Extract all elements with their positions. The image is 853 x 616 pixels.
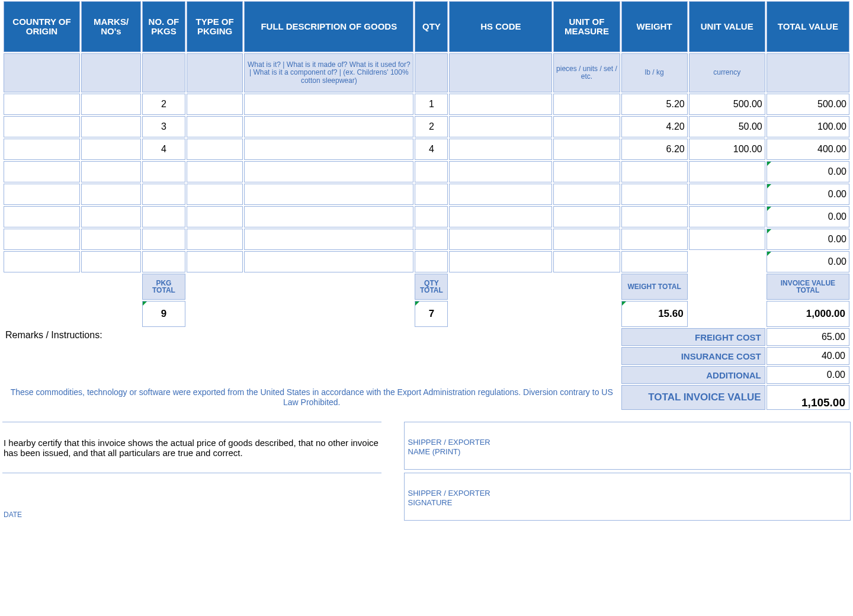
- cell-desc[interactable]: [244, 206, 413, 227]
- cell-totalvalue[interactable]: 0.00: [767, 251, 849, 272]
- shipper-signature-box[interactable]: SHIPPER / EXPORTER SIGNATURE: [404, 473, 851, 520]
- cell-country[interactable]: [4, 251, 80, 272]
- cell-country[interactable]: [4, 161, 80, 182]
- cell-weight[interactable]: 4.20: [621, 116, 688, 137]
- cell-hs[interactable]: [449, 161, 552, 182]
- cell-totalvalue[interactable]: 0.00: [767, 229, 849, 250]
- table-row: 0.00: [4, 184, 849, 205]
- cell-weight[interactable]: [621, 251, 688, 272]
- cell-pkging[interactable]: [187, 94, 243, 115]
- cell-weight[interactable]: [621, 184, 688, 205]
- cell-country[interactable]: [4, 206, 80, 227]
- cell-hs[interactable]: [449, 94, 552, 115]
- cell-marks[interactable]: [81, 229, 141, 250]
- cell-totalvalue[interactable]: 0.00: [767, 161, 849, 182]
- cell-weight[interactable]: [621, 206, 688, 227]
- cell-qty[interactable]: [415, 229, 448, 250]
- cell-desc[interactable]: [244, 251, 413, 272]
- cell-pkgs[interactable]: [142, 251, 185, 272]
- cell-pkgs[interactable]: [142, 161, 185, 182]
- cell-pkging[interactable]: [187, 116, 243, 137]
- cell-desc[interactable]: [244, 229, 413, 250]
- cell-hs[interactable]: [449, 116, 552, 137]
- date-field[interactable]: DATE: [2, 473, 381, 520]
- cell-weight[interactable]: 6.20: [621, 139, 688, 160]
- cell-totalvalue[interactable]: 100.00: [767, 116, 849, 137]
- cell-uom[interactable]: [553, 206, 620, 227]
- cell-desc[interactable]: [244, 94, 413, 115]
- cell-uom[interactable]: [553, 229, 620, 250]
- formula-indicator-icon: [767, 229, 771, 233]
- col-totalvalue: TOTAL VALUE: [767, 1, 849, 52]
- cell-uom[interactable]: [553, 184, 620, 205]
- cell-unitvalue[interactable]: [689, 184, 765, 205]
- cell-country[interactable]: [4, 184, 80, 205]
- cell-pkging[interactable]: [187, 139, 243, 160]
- cell-marks[interactable]: [81, 206, 141, 227]
- cell-country[interactable]: [4, 94, 80, 115]
- cell-unitvalue[interactable]: 50.00: [689, 116, 765, 137]
- cell-totalvalue[interactable]: 0.00: [767, 206, 849, 227]
- insurance-cost-value[interactable]: 40.00: [767, 347, 849, 365]
- cell-hs[interactable]: [449, 139, 552, 160]
- cell-pkgs[interactable]: 4: [142, 139, 185, 160]
- cell-unitvalue[interactable]: 100.00: [689, 139, 765, 160]
- cell-pkging[interactable]: [187, 251, 243, 272]
- cell-marks[interactable]: [81, 94, 141, 115]
- cell-totalvalue[interactable]: 500.00: [767, 94, 849, 115]
- remarks-label[interactable]: Remarks / Instructions:: [4, 328, 620, 384]
- cell-totalvalue[interactable]: 400.00: [767, 139, 849, 160]
- cell-country[interactable]: [4, 116, 80, 137]
- cell-pkging[interactable]: [187, 229, 243, 250]
- cell-pkgs[interactable]: [142, 229, 185, 250]
- cell-totalvalue[interactable]: 0.00: [767, 184, 849, 205]
- cell-marks[interactable]: [81, 139, 141, 160]
- shipper-name-box[interactable]: SHIPPER / EXPORTER NAME (PRINT): [404, 422, 851, 469]
- cell-weight[interactable]: 5.20: [621, 94, 688, 115]
- cell-hs[interactable]: [449, 206, 552, 227]
- cell-uom[interactable]: [553, 94, 620, 115]
- cell-marks[interactable]: [81, 251, 141, 272]
- cell-marks[interactable]: [81, 161, 141, 182]
- cell-pkging[interactable]: [187, 184, 243, 205]
- cell-unitvalue[interactable]: [689, 229, 765, 250]
- cell-desc[interactable]: [244, 116, 413, 137]
- cell-weight[interactable]: [621, 229, 688, 250]
- hint-hs: [449, 53, 552, 92]
- cell-qty[interactable]: [415, 161, 448, 182]
- cell-pkgs[interactable]: [142, 184, 185, 205]
- cell-pkgs[interactable]: 2: [142, 94, 185, 115]
- cell-marks[interactable]: [81, 184, 141, 205]
- cell-hs[interactable]: [449, 184, 552, 205]
- cell-qty[interactable]: 2: [415, 116, 448, 137]
- cell-country[interactable]: [4, 229, 80, 250]
- cell-qty[interactable]: [415, 251, 448, 272]
- cell-hs[interactable]: [449, 251, 552, 272]
- cell-desc[interactable]: [244, 161, 413, 182]
- cell-hs[interactable]: [449, 229, 552, 250]
- cell-qty[interactable]: [415, 206, 448, 227]
- cell-qty[interactable]: 1: [415, 94, 448, 115]
- cell-desc[interactable]: [244, 139, 413, 160]
- freight-cost-value[interactable]: 65.00: [767, 328, 849, 346]
- formula-indicator-icon: [415, 301, 419, 306]
- cell-unitvalue[interactable]: 500.00: [689, 94, 765, 115]
- cell-marks[interactable]: [81, 116, 141, 137]
- cell-uom[interactable]: [553, 139, 620, 160]
- cell-pkgs[interactable]: 3: [142, 116, 185, 137]
- cell-uom[interactable]: [553, 251, 620, 272]
- cell-pkging[interactable]: [187, 161, 243, 182]
- cell-country[interactable]: [4, 139, 80, 160]
- cell-uom[interactable]: [553, 116, 620, 137]
- cell-unitvalue[interactable]: [689, 206, 765, 227]
- cell-weight[interactable]: [621, 161, 688, 182]
- cell-qty[interactable]: [415, 184, 448, 205]
- additional-cost-value[interactable]: 0.00: [767, 366, 849, 384]
- cell-uom[interactable]: [553, 161, 620, 182]
- cell-unitvalue[interactable]: [689, 161, 765, 182]
- col-qty: QTY: [415, 1, 448, 52]
- cell-pkgs[interactable]: [142, 206, 185, 227]
- cell-pkging[interactable]: [187, 206, 243, 227]
- cell-qty[interactable]: 4: [415, 139, 448, 160]
- cell-desc[interactable]: [244, 184, 413, 205]
